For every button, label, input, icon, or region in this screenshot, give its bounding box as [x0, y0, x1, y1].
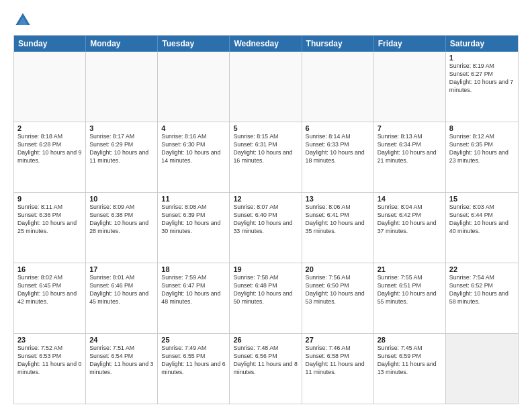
logo-icon	[13, 11, 32, 30]
cell-detail: Sunrise: 8:09 AM Sunset: 6:38 PM Dayligh…	[89, 203, 154, 236]
cell-detail: Sunrise: 8:06 AM Sunset: 6:41 PM Dayligh…	[306, 203, 370, 236]
day-number: 17	[89, 265, 154, 273]
cal-cell: 17Sunrise: 8:01 AM Sunset: 6:46 PM Dayli…	[86, 263, 158, 333]
cell-detail: Sunrise: 8:14 AM Sunset: 6:33 PM Dayligh…	[306, 133, 370, 165]
cell-detail: Sunrise: 8:17 AM Sunset: 6:29 PM Dayligh…	[89, 133, 154, 165]
calendar-body: 1Sunrise: 8:19 AM Sunset: 6:27 PM Daylig…	[14, 52, 518, 404]
cell-detail: Sunrise: 8:08 AM Sunset: 6:39 PM Dayligh…	[161, 203, 226, 236]
cal-cell: 15Sunrise: 8:03 AM Sunset: 6:44 PM Dayli…	[446, 193, 518, 263]
cal-cell: 18Sunrise: 7:59 AM Sunset: 6:47 PM Dayli…	[158, 263, 230, 333]
day-number: 21	[378, 265, 442, 273]
cell-detail: Sunrise: 7:48 AM Sunset: 6:56 PM Dayligh…	[233, 345, 298, 377]
day-number: 26	[233, 336, 298, 344]
day-number: 22	[449, 265, 515, 273]
cell-detail: Sunrise: 7:45 AM Sunset: 6:59 PM Dayligh…	[378, 345, 442, 377]
cal-cell: 13Sunrise: 8:06 AM Sunset: 6:41 PM Dayli…	[302, 193, 374, 263]
day-number: 2	[17, 124, 82, 132]
day-header-tuesday: Tuesday	[158, 36, 230, 52]
cell-detail: Sunrise: 7:59 AM Sunset: 6:47 PM Dayligh…	[161, 274, 226, 306]
day-number: 10	[89, 195, 154, 203]
cal-cell: 2Sunrise: 8:18 AM Sunset: 6:28 PM Daylig…	[14, 122, 86, 192]
cell-detail: Sunrise: 7:54 AM Sunset: 6:52 PM Dayligh…	[449, 274, 515, 306]
day-number: 3	[89, 124, 154, 132]
cell-detail: Sunrise: 8:03 AM Sunset: 6:44 PM Dayligh…	[449, 203, 515, 236]
cal-cell	[374, 52, 446, 122]
cell-detail: Sunrise: 8:18 AM Sunset: 6:28 PM Dayligh…	[17, 133, 82, 165]
day-number: 13	[306, 195, 370, 203]
day-number: 14	[378, 195, 442, 203]
cal-cell: 23Sunrise: 7:52 AM Sunset: 6:53 PM Dayli…	[14, 334, 86, 404]
cal-cell: 28Sunrise: 7:45 AM Sunset: 6:59 PM Dayli…	[374, 334, 446, 404]
cell-detail: Sunrise: 7:55 AM Sunset: 6:51 PM Dayligh…	[378, 274, 442, 306]
day-number: 28	[378, 336, 442, 344]
cal-cell: 24Sunrise: 7:51 AM Sunset: 6:54 PM Dayli…	[86, 334, 158, 404]
cal-cell: 7Sunrise: 8:13 AM Sunset: 6:34 PM Daylig…	[374, 122, 446, 192]
logo	[13, 11, 35, 30]
cal-cell: 21Sunrise: 7:55 AM Sunset: 6:51 PM Dayli…	[374, 263, 446, 333]
day-number: 19	[233, 265, 298, 273]
week-row-2: 9Sunrise: 8:11 AM Sunset: 6:36 PM Daylig…	[14, 192, 518, 263]
week-row-0: 1Sunrise: 8:19 AM Sunset: 6:27 PM Daylig…	[14, 52, 518, 122]
day-number: 11	[161, 195, 226, 203]
day-header-monday: Monday	[86, 36, 158, 52]
cal-cell: 19Sunrise: 7:58 AM Sunset: 6:48 PM Dayli…	[230, 263, 302, 333]
day-number: 15	[449, 195, 515, 203]
cal-cell: 1Sunrise: 8:19 AM Sunset: 6:27 PM Daylig…	[446, 52, 518, 122]
cell-detail: Sunrise: 7:52 AM Sunset: 6:53 PM Dayligh…	[17, 345, 82, 377]
cell-detail: Sunrise: 7:49 AM Sunset: 6:55 PM Dayligh…	[161, 345, 226, 377]
day-number: 9	[17, 195, 82, 203]
week-row-3: 16Sunrise: 8:02 AM Sunset: 6:45 PM Dayli…	[14, 263, 518, 333]
cal-cell	[302, 52, 374, 122]
cal-cell: 10Sunrise: 8:09 AM Sunset: 6:38 PM Dayli…	[86, 193, 158, 263]
cal-cell	[158, 52, 230, 122]
cal-cell: 6Sunrise: 8:14 AM Sunset: 6:33 PM Daylig…	[302, 122, 374, 192]
day-header-friday: Friday	[374, 36, 446, 52]
day-number: 8	[449, 124, 515, 132]
cal-cell: 3Sunrise: 8:17 AM Sunset: 6:29 PM Daylig…	[86, 122, 158, 192]
day-number: 27	[306, 336, 370, 344]
cal-cell: 5Sunrise: 8:15 AM Sunset: 6:31 PM Daylig…	[230, 122, 302, 192]
cell-detail: Sunrise: 8:16 AM Sunset: 6:30 PM Dayligh…	[161, 133, 226, 165]
cell-detail: Sunrise: 8:04 AM Sunset: 6:42 PM Dayligh…	[378, 203, 442, 236]
cell-detail: Sunrise: 8:19 AM Sunset: 6:27 PM Dayligh…	[449, 62, 515, 95]
day-header-sunday: Sunday	[14, 36, 86, 52]
day-header-thursday: Thursday	[302, 36, 374, 52]
cal-cell: 16Sunrise: 8:02 AM Sunset: 6:45 PM Dayli…	[14, 263, 86, 333]
cal-cell	[230, 52, 302, 122]
day-number: 7	[378, 124, 442, 132]
cell-detail: Sunrise: 8:01 AM Sunset: 6:46 PM Dayligh…	[89, 274, 154, 306]
week-row-4: 23Sunrise: 7:52 AM Sunset: 6:53 PM Dayli…	[14, 333, 518, 404]
cal-cell: 12Sunrise: 8:07 AM Sunset: 6:40 PM Dayli…	[230, 193, 302, 263]
cell-detail: Sunrise: 8:12 AM Sunset: 6:35 PM Dayligh…	[449, 133, 515, 165]
cal-cell: 26Sunrise: 7:48 AM Sunset: 6:56 PM Dayli…	[230, 334, 302, 404]
cal-cell: 4Sunrise: 8:16 AM Sunset: 6:30 PM Daylig…	[158, 122, 230, 192]
day-number: 12	[233, 195, 298, 203]
cal-cell: 27Sunrise: 7:46 AM Sunset: 6:58 PM Dayli…	[302, 334, 374, 404]
cal-cell	[14, 52, 86, 122]
page: SundayMondayTuesdayWednesdayThursdayFrid…	[0, 0, 532, 411]
cal-cell	[446, 334, 518, 404]
cell-detail: Sunrise: 8:15 AM Sunset: 6:31 PM Dayligh…	[233, 133, 298, 165]
day-number: 4	[161, 124, 226, 132]
cell-detail: Sunrise: 8:07 AM Sunset: 6:40 PM Dayligh…	[233, 203, 298, 236]
day-number: 1	[449, 54, 515, 62]
header	[13, 11, 519, 30]
cell-detail: Sunrise: 7:51 AM Sunset: 6:54 PM Dayligh…	[89, 345, 154, 377]
cal-cell: 22Sunrise: 7:54 AM Sunset: 6:52 PM Dayli…	[446, 263, 518, 333]
day-number: 16	[17, 265, 82, 273]
day-number: 23	[17, 336, 82, 344]
day-number: 5	[233, 124, 298, 132]
day-number: 18	[161, 265, 226, 273]
day-number: 6	[306, 124, 370, 132]
cell-detail: Sunrise: 7:56 AM Sunset: 6:50 PM Dayligh…	[306, 274, 370, 306]
calendar-header: SundayMondayTuesdayWednesdayThursdayFrid…	[14, 36, 518, 52]
day-header-saturday: Saturday	[446, 36, 518, 52]
cell-detail: Sunrise: 7:58 AM Sunset: 6:48 PM Dayligh…	[233, 274, 298, 306]
day-number: 20	[306, 265, 370, 273]
cell-detail: Sunrise: 8:11 AM Sunset: 6:36 PM Dayligh…	[17, 203, 82, 236]
cal-cell: 9Sunrise: 8:11 AM Sunset: 6:36 PM Daylig…	[14, 193, 86, 263]
cal-cell: 20Sunrise: 7:56 AM Sunset: 6:50 PM Dayli…	[302, 263, 374, 333]
cal-cell: 25Sunrise: 7:49 AM Sunset: 6:55 PM Dayli…	[158, 334, 230, 404]
calendar: SundayMondayTuesdayWednesdayThursdayFrid…	[13, 35, 519, 404]
week-row-1: 2Sunrise: 8:18 AM Sunset: 6:28 PM Daylig…	[14, 122, 518, 192]
